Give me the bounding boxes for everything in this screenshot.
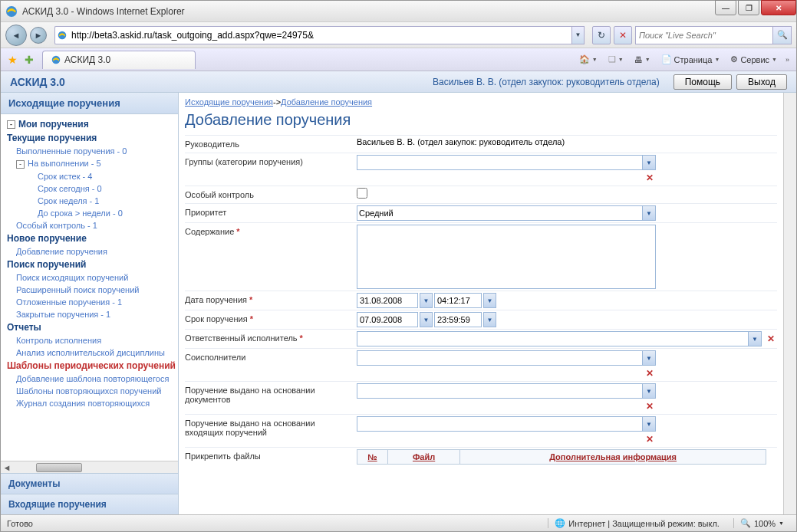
sidebar-item-19[interactable]: Шаблоны периодических поручений <box>1 359 178 373</box>
forward-button[interactable]: ► <box>30 27 47 44</box>
executor-dropdown-icon[interactable]: ▼ <box>749 331 762 346</box>
executor-select[interactable] <box>357 331 749 346</box>
content-label: Содержание * <box>185 225 357 238</box>
favorites-icon[interactable]: ★ <box>5 53 19 67</box>
priority-dropdown-icon[interactable]: ▼ <box>643 205 656 221</box>
tab-icon <box>51 54 61 65</box>
sidebar-tree: -Мои порученияТекущие порученияВыполненн… <box>1 114 178 461</box>
help-button[interactable]: Помощь <box>673 74 732 90</box>
coexec-select[interactable] <box>357 350 643 366</box>
attach-th-file[interactable]: Файл <box>388 450 460 465</box>
attach-th-no[interactable]: № <box>357 450 388 465</box>
sidebar-item-2[interactable]: Выполненные поручения - 0 <box>1 145 178 157</box>
sidebar-item-label: Шаблоны повторяющихся поручений <box>16 386 161 396</box>
due-time-input[interactable] <box>434 312 482 327</box>
based-docs-dropdown-icon[interactable]: ▼ <box>643 383 656 399</box>
minimize-button[interactable]: — <box>715 0 736 15</box>
exit-button[interactable]: Выход <box>736 74 787 90</box>
help-menu[interactable]: » <box>783 51 792 68</box>
back-button[interactable]: ◄ <box>5 25 27 46</box>
feeds-button[interactable]: ❑▼ <box>604 51 628 68</box>
due-date-input[interactable] <box>357 312 418 327</box>
based-incoming-label: Поручение выдано на основании входящих п… <box>185 416 357 439</box>
due-date-picker-icon[interactable]: ▼ <box>420 312 433 327</box>
special-control-checkbox[interactable] <box>357 188 367 199</box>
stop-button[interactable]: ✕ <box>614 26 632 44</box>
sidebar-incoming[interactable]: Входящие поручения <box>1 494 178 514</box>
sidebar-item-10[interactable]: Добавление поручения <box>1 245 178 258</box>
search-go-button[interactable]: 🔍 <box>773 26 792 44</box>
page-icon: 📄 <box>661 54 672 64</box>
status-zoom[interactable]: 🔍100% ▼ <box>733 518 790 528</box>
url-input[interactable] <box>68 26 572 44</box>
date-label: Дата поручения * <box>185 293 357 307</box>
based-incoming-dropdown-icon[interactable]: ▼ <box>643 416 656 432</box>
content-textarea[interactable] <box>357 225 656 289</box>
based-incoming-delete-icon[interactable]: ✕ <box>644 433 656 445</box>
sidebar-item-11[interactable]: Поиск поручений <box>1 258 178 271</box>
sidebar-item-1[interactable]: Текущие поручения <box>1 131 178 145</box>
sidebar-hscroll[interactable]: ◄ <box>1 461 178 473</box>
sidebar-item-14[interactable]: Отложенные поручения - 1 <box>1 296 178 308</box>
sidebar-item-20[interactable]: Добавление шаблона повторяющегося <box>1 373 178 385</box>
close-button[interactable] <box>761 0 796 15</box>
date-time-picker-icon[interactable]: ▼ <box>483 293 496 308</box>
url-dropdown[interactable]: ▼ <box>572 26 585 44</box>
content-vscroll[interactable] <box>783 93 796 514</box>
executor-delete-icon[interactable]: ✕ <box>765 333 777 345</box>
page-menu[interactable]: 📄Страница▼ <box>657 51 725 68</box>
sidebar-item-15[interactable]: Закрытые поручения - 1 <box>1 308 178 320</box>
sidebar-item-8[interactable]: Особый контроль - 1 <box>1 219 178 232</box>
due-time-picker-icon[interactable]: ▼ <box>483 312 496 327</box>
sidebar-item-17[interactable]: Контроль исполнения <box>1 334 178 346</box>
sidebar-item-6[interactable]: Срок неделя - 1 <box>1 195 178 207</box>
sidebar-item-16[interactable]: Отчеты <box>1 320 178 334</box>
sidebar-item-22[interactable]: Журнал создания повторяющихся <box>1 397 178 409</box>
sidebar-item-label: Новое поручение <box>7 233 87 244</box>
based-incoming-select[interactable] <box>357 416 643 432</box>
date-input[interactable] <box>357 293 418 308</box>
browser-tab[interactable]: АСКИД 3.0 <box>42 51 196 69</box>
search-input[interactable] <box>635 26 773 44</box>
coexec-delete-icon[interactable]: ✕ <box>644 367 656 379</box>
groups-select[interactable] <box>357 155 643 170</box>
sidebar-item-21[interactable]: Шаблоны повторяющихся поручений <box>1 385 178 397</box>
groups-delete-icon[interactable]: ✕ <box>644 172 656 184</box>
sidebar-item-7[interactable]: До срока > недели - 0 <box>1 207 178 219</box>
sidebar-item-4[interactable]: Срок истек - 4 <box>1 170 178 182</box>
zoom-icon: 🔍 <box>740 518 751 528</box>
print-button[interactable]: 🖶▼ <box>630 51 655 68</box>
breadcrumb-link-outgoing[interactable]: Исходящие поручения <box>185 97 273 107</box>
add-favorites-icon[interactable]: ✚ <box>22 53 36 67</box>
window-title: АСКИД 3.0 - Windows Internet Explorer <box>22 6 792 17</box>
priority-select[interactable] <box>357 205 643 221</box>
tree-toggle-icon[interactable]: - <box>16 160 25 169</box>
form-area: Исходящие поручения->Добавление поручени… <box>179 93 783 514</box>
sidebar-item-5[interactable]: Срок сегодня - 0 <box>1 182 178 195</box>
based-docs-delete-icon[interactable]: ✕ <box>644 400 656 412</box>
sidebar-item-18[interactable]: Анализ исполнительской дисциплины <box>1 346 178 359</box>
date-picker-icon[interactable]: ▼ <box>420 293 433 308</box>
sidebar-item-0[interactable]: -Мои поручения <box>1 117 178 131</box>
based-docs-select[interactable] <box>357 383 643 399</box>
sidebar-item-3[interactable]: -На выполнении - 5 <box>1 157 178 170</box>
sidebar-documents[interactable]: Документы <box>1 473 178 494</box>
sidebar-item-label: На выполнении - 5 <box>28 159 101 168</box>
tree-toggle-icon[interactable]: - <box>7 120 15 129</box>
sidebar-header[interactable]: Исходящие поручения <box>1 93 178 114</box>
attach-th-info[interactable]: Дополнительная информация <box>460 450 766 465</box>
tools-menu[interactable]: ⚙Сервис▼ <box>726 51 782 68</box>
sidebar-item-label: Выполненные поручения - 0 <box>16 146 127 156</box>
priority-label: Приоритет <box>185 205 357 219</box>
sidebar-item-9[interactable]: Новое поручение <box>1 232 178 245</box>
breadcrumb-link-add[interactable]: Добавление поручения <box>281 97 372 107</box>
maximize-button[interactable]: ❐ <box>738 0 759 15</box>
browser-tabrow: ★ ✚ АСКИД 3.0 🏠▼ ❑▼ 🖶▼ 📄Страница▼ ⚙Серви… <box>1 48 796 71</box>
sidebar-item-13[interactable]: Расширенный поиск поручений <box>1 284 178 296</box>
refresh-button[interactable]: ↻ <box>592 26 611 44</box>
home-button[interactable]: 🏠▼ <box>575 51 602 68</box>
coexec-dropdown-icon[interactable]: ▼ <box>643 350 656 366</box>
groups-dropdown-icon[interactable]: ▼ <box>643 155 656 170</box>
date-time-input[interactable] <box>434 293 482 308</box>
sidebar-item-12[interactable]: Поиск исходящих поручений <box>1 271 178 284</box>
